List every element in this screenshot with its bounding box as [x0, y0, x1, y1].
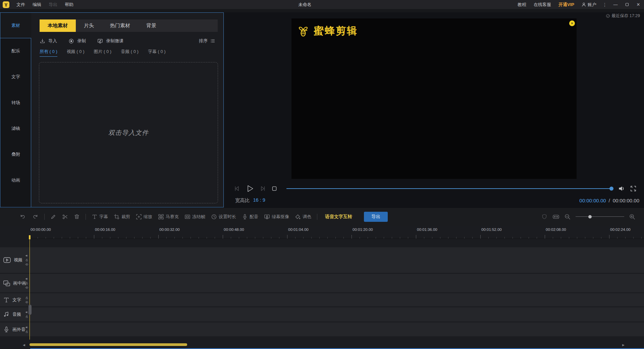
speech-text-button[interactable]: 语音文字互转	[325, 214, 352, 220]
track-lane-audio[interactable]	[30, 307, 644, 321]
tab-intro[interactable]: 片头	[76, 19, 102, 32]
vip-link[interactable]: 开通VIP	[558, 2, 574, 8]
track-header-divider-handle[interactable]	[29, 305, 32, 315]
crop-tool[interactable]: 裁剪	[114, 214, 130, 220]
tab-local-material[interactable]: 本地素材	[40, 19, 76, 32]
aspect-ratio-control[interactable]: 宽高比 16 : 9	[235, 197, 265, 204]
video-canvas[interactable]: 蜜蜂剪辑 ✕	[291, 18, 577, 179]
playhead[interactable]	[30, 235, 30, 340]
timeline-zoom-in-button[interactable]	[629, 214, 635, 220]
scrollbar-thumb[interactable]	[30, 343, 187, 346]
sort-button[interactable]: 排序	[199, 38, 216, 44]
ruler-tick-minor	[408, 237, 408, 239]
ruler-tick-minor	[521, 237, 521, 239]
seek-handle[interactable]	[609, 187, 613, 191]
next-frame-button[interactable]	[259, 185, 266, 192]
lock-icon[interactable]	[25, 296, 29, 299]
export-button[interactable]: 导出	[364, 212, 388, 222]
more-menu-icon[interactable]: ⋮	[602, 2, 607, 7]
sidebar-item-overlay[interactable]: 叠附	[0, 141, 31, 167]
import-dropzone[interactable]: 双击导入文件	[39, 62, 218, 203]
fullscreen-button[interactable]	[630, 185, 637, 192]
track-lane-video[interactable]	[30, 247, 644, 273]
split-button[interactable]	[62, 214, 68, 220]
menu-edit[interactable]: 编辑	[29, 0, 45, 9]
track-head-audio[interactable]: 音频	[0, 307, 30, 321]
minimize-button[interactable]: —	[610, 0, 621, 9]
eye-icon[interactable]	[25, 263, 29, 266]
dubbing-tool[interactable]: 配音	[242, 214, 258, 220]
delete-button[interactable]	[74, 214, 80, 220]
scale-tool[interactable]: 缩放	[136, 214, 152, 220]
track-lane-pip[interactable]	[30, 274, 644, 292]
sidebar-item-music[interactable]: 配乐	[0, 38, 31, 64]
menu-file[interactable]: 文件	[13, 0, 29, 9]
record-lesson-button[interactable]: 录制微课	[97, 38, 123, 44]
ruler-tick-minor	[327, 237, 328, 239]
sidebar-item-transition[interactable]: 转场	[0, 90, 31, 115]
timeline-zoom-out-button[interactable]	[565, 214, 571, 220]
sidebar-item-text[interactable]: 文字	[0, 64, 31, 90]
sidebar-item-animation[interactable]: 动画	[0, 167, 31, 193]
mute-icon[interactable]	[25, 326, 29, 329]
saved-check-icon	[606, 14, 610, 18]
maximize-button[interactable]	[621, 0, 633, 9]
timeline-zoom-slider[interactable]	[576, 215, 624, 219]
seek-slider[interactable]	[286, 187, 613, 191]
watermark-close-button[interactable]: ✕	[569, 20, 575, 26]
green-screen-tool[interactable]: 绿幕抠像	[264, 214, 289, 220]
close-button[interactable]: ✕	[633, 0, 644, 9]
mute-icon[interactable]	[25, 311, 29, 314]
eye-icon[interactable]	[25, 300, 29, 304]
scroll-left-arrow[interactable]: ◀	[23, 343, 25, 347]
color-tool[interactable]: 调色	[295, 214, 311, 220]
timeline-zoom-handle[interactable]	[588, 215, 592, 218]
track-head-text[interactable]: 文字	[0, 293, 30, 306]
track-lane-voiceover[interactable]	[30, 322, 644, 336]
track-lane-text[interactable]	[30, 293, 644, 306]
timeline-ruler[interactable]: 00:00:00.0000:00:16.0000:00:32.0000:00:4…	[30, 226, 644, 239]
menu-help[interactable]: 帮助	[61, 0, 77, 9]
sidebar-item-filter[interactable]: 滤镜	[0, 115, 31, 141]
filter-subtitle[interactable]: 字幕 ( 0 )	[148, 49, 166, 57]
mosaic-tool[interactable]: 马赛克	[158, 214, 179, 220]
account-button[interactable]: 账户	[581, 2, 596, 8]
freeze-frame-tool[interactable]: 冻结帧	[184, 214, 205, 220]
duration-tool[interactable]: 设置时长	[211, 214, 236, 220]
support-link[interactable]: 在线客服	[534, 2, 551, 8]
eye-icon[interactable]	[25, 286, 29, 289]
filter-video[interactable]: 视频 ( 0 )	[67, 49, 85, 57]
filter-image[interactable]: 图片 ( 0 )	[94, 49, 111, 57]
play-button[interactable]	[246, 184, 254, 193]
fit-timeline-button[interactable]	[552, 214, 559, 220]
lock-icon[interactable]	[25, 258, 29, 262]
mute-icon[interactable]	[25, 277, 29, 281]
sidebar-item-material[interactable]: 素材	[0, 13, 31, 38]
lock-icon[interactable]	[25, 330, 29, 333]
import-button[interactable]: 导入	[40, 38, 57, 44]
mute-icon[interactable]	[25, 254, 29, 257]
subtitle-tool[interactable]: 字幕	[92, 214, 108, 220]
volume-button[interactable]	[618, 185, 625, 192]
lock-icon[interactable]	[25, 315, 29, 318]
track-head-voiceover[interactable]: 画外音	[0, 322, 30, 336]
scroll-right-arrow[interactable]: ▶	[622, 343, 625, 347]
track-head-pip[interactable]: 画中画	[0, 274, 30, 292]
marker-button[interactable]	[541, 214, 547, 220]
prev-frame-button[interactable]	[233, 185, 241, 192]
undo-button[interactable]	[19, 213, 26, 220]
tab-background[interactable]: 背景	[138, 19, 164, 32]
filter-audio[interactable]: 音频 ( 0 )	[121, 49, 139, 57]
redo-button[interactable]	[32, 213, 39, 220]
record-button[interactable]: 录制	[68, 38, 86, 44]
tab-hot-material[interactable]: 热门素材	[102, 19, 138, 32]
filter-all[interactable]: 所有 ( 0 )	[40, 49, 57, 57]
ruler-tick-major	[609, 235, 609, 239]
edit-button[interactable]	[50, 214, 56, 220]
stop-button[interactable]	[271, 185, 278, 192]
lock-icon[interactable]	[25, 282, 29, 285]
track-head-video[interactable]: 视频	[0, 247, 30, 273]
playhead-cap[interactable]	[29, 235, 31, 239]
tutorial-link[interactable]: 教程	[518, 2, 526, 8]
app-logo[interactable]	[3, 1, 9, 8]
